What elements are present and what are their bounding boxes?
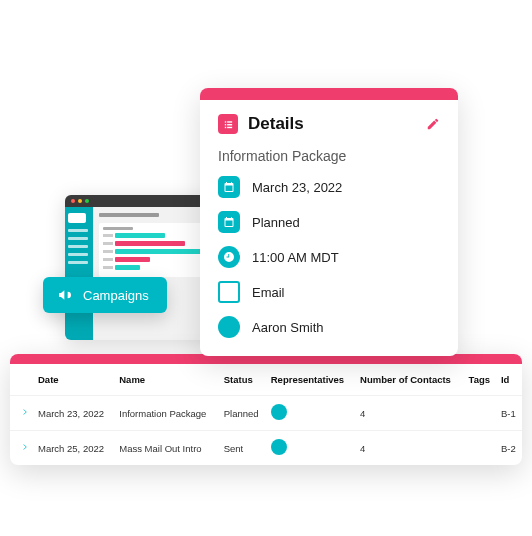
campaigns-nav-label: Campaigns [83,288,149,303]
svg-rect-2 [224,124,225,125]
cell-reps [267,396,356,431]
table-row[interactable]: March 23, 2022 Information Package Plann… [10,396,522,431]
person-icon [218,316,240,338]
cell-status: Planned [220,396,267,431]
cell-name: Mass Mail Out Intro [115,431,219,466]
megaphone-icon [57,287,73,303]
cell-status: Sent [220,431,267,466]
col-id[interactable]: Id [497,364,522,396]
col-status[interactable]: Status [220,364,267,396]
campaigns-nav-pill[interactable]: Campaigns [43,277,167,313]
detail-row-method: Email [218,281,440,303]
detail-time-value: 11:00 AM MDT [252,250,339,265]
clock-icon [218,246,240,268]
svg-rect-3 [227,124,232,125]
cell-contacts: 4 [356,396,464,431]
cell-reps [267,431,356,466]
svg-rect-0 [224,121,225,122]
calendar-icon [218,211,240,233]
table-header-row: Date Name Status Representatives Number … [10,364,522,396]
rep-avatar-dot [271,404,287,420]
col-contacts[interactable]: Number of Contacts [356,364,464,396]
detail-date-value: March 23, 2022 [252,180,342,195]
detail-row-date: March 23, 2022 [218,176,440,198]
cell-tags [465,396,497,431]
detail-status-value: Planned [252,215,300,230]
details-subtitle: Information Package [200,144,458,176]
svg-rect-1 [227,121,232,122]
col-tags[interactable]: Tags [465,364,497,396]
mail-icon [218,281,240,303]
cell-date: March 23, 2022 [34,396,115,431]
cell-date: March 25, 2022 [34,431,115,466]
cell-name: Information Package [115,396,219,431]
details-topbar-accent [200,88,458,100]
chevron-right-icon[interactable] [20,442,30,452]
detail-row-time: 11:00 AM MDT [218,246,440,268]
svg-rect-5 [227,126,232,127]
details-card: Details Information Package March 23, 20… [200,88,458,356]
svg-rect-4 [224,126,225,127]
cell-tags [465,431,497,466]
detail-row-owner: Aaron Smith [218,316,440,338]
list-icon [218,114,238,134]
campaigns-table-panel: Date Name Status Representatives Number … [10,354,522,465]
cell-id: B-2 [497,431,522,466]
col-reps[interactable]: Representatives [267,364,356,396]
cell-id: B-1 [497,396,522,431]
col-name[interactable]: Name [115,364,219,396]
detail-row-status: Planned [218,211,440,233]
detail-owner-value: Aaron Smith [252,320,324,335]
calendar-icon [218,176,240,198]
cell-contacts: 4 [356,431,464,466]
details-title: Details [248,114,416,134]
rep-avatar-dot [271,439,287,455]
bg-sidebar [65,207,93,340]
chevron-right-icon[interactable] [20,407,30,417]
detail-method-value: Email [252,285,285,300]
campaigns-table: Date Name Status Representatives Number … [10,364,522,465]
col-date[interactable]: Date [34,364,115,396]
edit-icon[interactable] [426,117,440,131]
table-row[interactable]: March 25, 2022 Mass Mail Out Intro Sent … [10,431,522,466]
